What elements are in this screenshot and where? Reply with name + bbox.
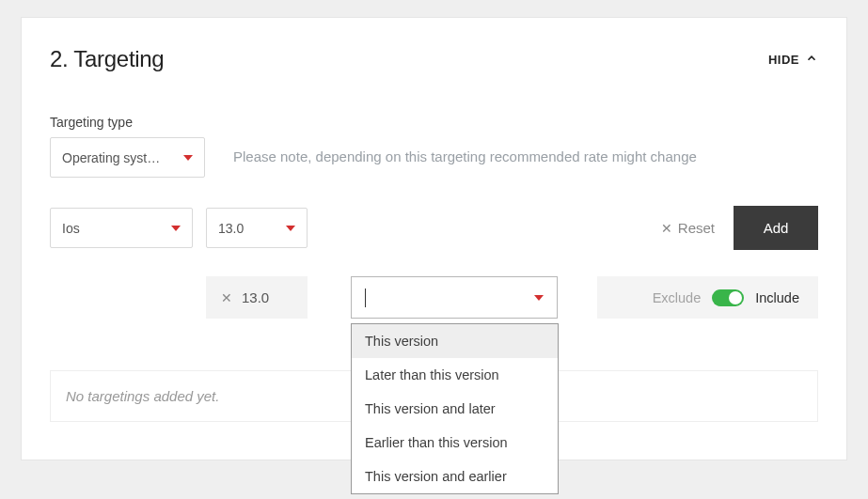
targeting-note: Please note, depending on this targeting… (233, 115, 697, 164)
switch-knob (729, 291, 742, 304)
reset-button[interactable]: ✕ Reset (661, 220, 715, 236)
os-value: Ios (62, 221, 80, 236)
close-icon: ✕ (661, 221, 672, 236)
add-button[interactable]: Add (734, 206, 818, 250)
version-condition-input[interactable] (351, 276, 558, 319)
targeting-type-value: Operating syst… (62, 150, 160, 165)
targeting-type-label: Targeting type (50, 115, 205, 130)
caret-down-icon (286, 226, 295, 231)
version-condition-dropdown: This version Later than this version Thi… (351, 323, 559, 494)
dropdown-option[interactable]: This version and later (352, 392, 558, 426)
hide-label: HIDE (768, 53, 799, 67)
caret-down-icon (183, 155, 193, 161)
caret-down-icon (171, 226, 181, 231)
caret-down-icon (534, 295, 544, 301)
dropdown-option[interactable]: This version and earlier (352, 460, 558, 493)
exclude-label: Exclude (653, 290, 702, 305)
os-select[interactable]: Ios (50, 208, 193, 248)
targeting-type-select[interactable]: Operating syst… (50, 137, 205, 178)
toggle-switch[interactable] (712, 289, 744, 306)
close-icon[interactable]: ✕ (221, 290, 232, 305)
text-cursor (365, 288, 366, 307)
chip-label: 13.0 (242, 289, 269, 305)
targeting-panel: 2. Targeting HIDE Targeting type Operati… (21, 17, 847, 460)
chevron-up-icon (805, 52, 818, 68)
dropdown-option[interactable]: This version (352, 324, 558, 358)
section-title: 2. Targeting (50, 46, 164, 72)
os-version-select[interactable]: 13.0 (206, 208, 308, 248)
include-exclude-toggle: Exclude Include (597, 276, 818, 319)
reset-label: Reset (678, 220, 715, 236)
version-condition-select[interactable]: This version Later than this version Thi… (351, 276, 558, 319)
os-version-value: 13.0 (218, 221, 244, 236)
dropdown-option[interactable]: Earlier than this version (352, 426, 558, 460)
version-chip[interactable]: ✕ 13.0 (206, 276, 308, 319)
include-label: Include (755, 290, 799, 305)
dropdown-option[interactable]: Later than this version (352, 358, 558, 392)
hide-button[interactable]: HIDE (768, 52, 818, 68)
